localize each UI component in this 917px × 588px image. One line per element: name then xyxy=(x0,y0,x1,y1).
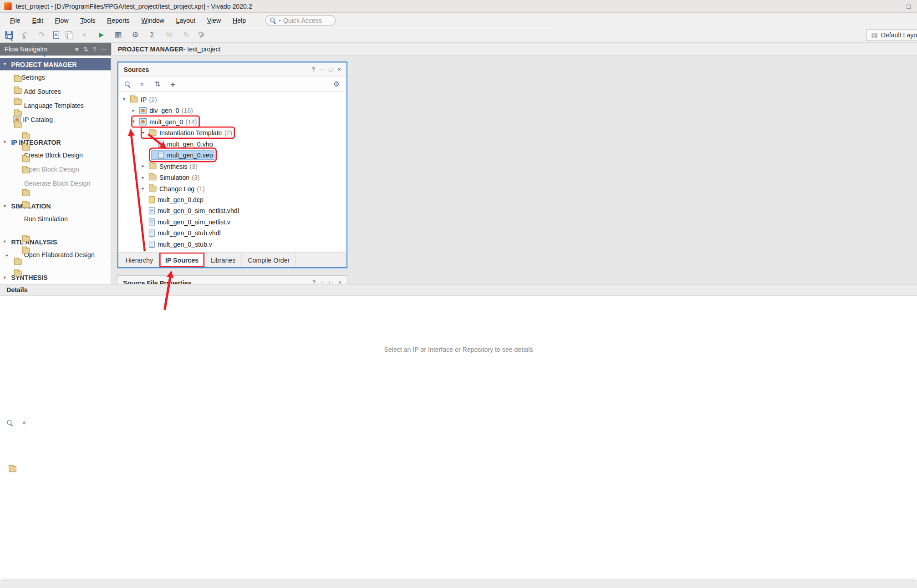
folder-icon xyxy=(14,259,22,265)
tree-item-mult-gen-0-sim-netlist-v[interactable]: mult_gen_0_sim_netlist.v xyxy=(118,216,346,227)
flow-item-run-simulation[interactable]: Run Simulation xyxy=(0,212,111,226)
minimize-icon[interactable]: – xyxy=(320,66,323,72)
debug-icon[interactable] xyxy=(198,31,205,38)
tab-hierarchy[interactable]: Hierarchy xyxy=(120,253,160,267)
tab-libraries[interactable]: Libraries xyxy=(205,253,242,267)
item-label: Create Block Design xyxy=(24,152,83,158)
minimize-icon[interactable]: — xyxy=(101,46,107,52)
copy-icon[interactable] xyxy=(66,31,72,39)
flow-section-rtl-analysis[interactable]: ▾RTL ANALYSIS xyxy=(0,235,111,248)
run-icon[interactable]: ▶ xyxy=(96,30,107,40)
float-icon[interactable]: □ xyxy=(329,66,332,72)
folder-icon xyxy=(149,163,157,169)
ip-core-icon xyxy=(139,107,146,114)
menu-flow[interactable]: Flow xyxy=(50,15,74,25)
tree-row: ▾Instantiation Template(2) xyxy=(142,128,234,138)
tree-item-synthesis[interactable]: ▸Synthesis(3) xyxy=(118,161,346,172)
menu-file[interactable]: File xyxy=(5,15,25,25)
search-icon[interactable] xyxy=(124,81,131,87)
flow-item-create-block-design[interactable]: Create Block Design xyxy=(0,148,111,162)
section-label: SIMULATION xyxy=(11,203,51,209)
tree-item-ip[interactable]: ▾IP(2) xyxy=(118,94,346,105)
help-icon[interactable]: ? xyxy=(312,66,315,72)
details-body: Select an IP or Interface or Repository … xyxy=(0,296,560,400)
tree-item-mult-gen-0-veo[interactable]: mult_gen_0.veo xyxy=(118,149,346,160)
tree-row: ▸Simulation(3) xyxy=(142,172,201,182)
chevron-right-icon[interactable]: ▸ xyxy=(132,108,139,113)
folder-icon xyxy=(22,191,30,197)
window-title: test_project - [D:/ProgramFiles/FPGA/tes… xyxy=(16,3,252,10)
menu-help[interactable]: Help xyxy=(227,15,251,25)
tree-item-mult-gen-0-dcp[interactable]: mult_gen_0.dcp xyxy=(118,194,346,205)
default-layout-button[interactable]: ▦ Default Layout xyxy=(866,29,917,41)
collapse-all-icon[interactable]: ≡ xyxy=(75,46,79,52)
search-icon[interactable] xyxy=(6,34,13,41)
menu-layout[interactable]: Layout xyxy=(171,15,201,25)
tab-label: Compile Order xyxy=(248,256,290,263)
flow-section-simulation[interactable]: ▾SIMULATION xyxy=(0,200,111,212)
chevron-right-icon[interactable]: ▸ xyxy=(6,252,14,258)
menu-view[interactable]: View xyxy=(202,15,226,25)
item-label: mult_gen_0_stub.v xyxy=(158,240,212,247)
chevron-right-icon[interactable]: ▸ xyxy=(142,174,148,180)
quick-access-search[interactable]: ▾ Quick Access xyxy=(265,15,336,25)
tree-item-instantiation-template[interactable]: ▾Instantiation Template(2) xyxy=(118,127,346,138)
chevron-right-icon[interactable]: ▸ xyxy=(142,186,148,191)
title-bar: test_project - [D:/ProgramFiles/FPGA/tes… xyxy=(0,0,917,13)
chevron-down-icon[interactable]: ▾ xyxy=(142,130,148,136)
edit-icon[interactable]: ✎ xyxy=(181,30,192,40)
menu-tools[interactable]: Tools xyxy=(75,15,101,25)
chevron-down-icon[interactable]: ▾ xyxy=(123,96,130,102)
tree-item-change-log[interactable]: ▸Change Log(1) xyxy=(118,183,346,194)
tab-ip-sources[interactable]: IP Sources xyxy=(159,253,205,267)
help-icon[interactable]: ? xyxy=(93,46,96,52)
open-file-icon[interactable] xyxy=(53,31,59,39)
tree-row: mult_gen_0.dcp xyxy=(142,194,205,204)
menu-window[interactable]: Window xyxy=(136,15,170,25)
settings-icon[interactable]: ⚙ xyxy=(130,30,141,40)
chevron-down-icon[interactable]: ▾ xyxy=(132,119,139,124)
tree-item-mult-gen-0[interactable]: ▾mult_gen_0(14) xyxy=(118,116,346,127)
close-icon[interactable]: × xyxy=(337,66,341,72)
vivado-logo xyxy=(4,2,12,10)
flow-section-ip-integrator[interactable]: ▾IP INTEGRATOR xyxy=(0,136,111,148)
no-icon xyxy=(14,180,22,187)
send-icon[interactable]: ✉ xyxy=(164,30,174,40)
main-toolbar-icons: ↶↷×▶▦⚙Σ✉✎ xyxy=(5,30,205,40)
menu-reports[interactable]: Reports xyxy=(102,15,135,25)
tree-item-mult-gen-0-stub-v[interactable]: mult_gen_0_stub.v xyxy=(118,238,346,249)
layout-button-label: Default Layout xyxy=(881,31,917,38)
tree-item-mult-gen-0-vho[interactable]: mult_gen_0.vho xyxy=(118,138,346,149)
add-icon[interactable]: + xyxy=(169,79,177,89)
delete-icon[interactable]: × xyxy=(79,30,90,40)
menu-edit[interactable]: Edit xyxy=(27,15,49,25)
chevron-right-icon[interactable]: ▸ xyxy=(142,163,148,169)
minimize-button[interactable]: — xyxy=(892,3,898,10)
tree-item-simulation[interactable]: ▸Simulation(3) xyxy=(118,172,346,182)
dashboard-icon[interactable]: ▦ xyxy=(113,30,123,40)
ip-core-icon xyxy=(139,118,146,125)
redo-icon[interactable]: ↷ xyxy=(36,30,47,40)
item-label: IP xyxy=(141,96,147,102)
collapse-all-icon[interactable]: « xyxy=(19,418,30,426)
maximize-button[interactable]: □ xyxy=(907,3,911,10)
expand-collapse-icon[interactable]: ⇅ xyxy=(83,46,88,52)
report-sum-icon[interactable]: Σ xyxy=(147,30,158,40)
folder-icon xyxy=(22,145,30,151)
tab-compile-order[interactable]: Compile Order xyxy=(242,253,296,267)
settings-icon[interactable]: ⚙ xyxy=(332,79,341,89)
file-icon xyxy=(149,218,155,225)
no-icon xyxy=(14,166,22,172)
tree-item-mult-gen-0-sim-netlist-vhdl[interactable]: mult_gen_0_sim_netlist.vhdl xyxy=(118,205,346,216)
tree-item-mult-gen-0-stub-vhdl[interactable]: mult_gen_0_stub.vhdl xyxy=(118,227,346,238)
item-label: mult_gen_0.dcp xyxy=(158,196,204,203)
item-label: Open Block Design xyxy=(24,166,79,172)
collapse-all-icon[interactable]: « xyxy=(19,33,30,41)
collapse-all-icon[interactable]: « xyxy=(137,80,148,88)
tree-item-div-gen-0[interactable]: ▸div_gen_0(16) xyxy=(118,105,346,116)
flow-item-generate-block-design[interactable]: Generate Block Design xyxy=(0,176,111,190)
search-icon[interactable] xyxy=(6,419,13,426)
expand-all-icon[interactable]: ⇅ xyxy=(153,79,162,89)
flow-item-open-block-design[interactable]: Open Block Design xyxy=(0,162,111,176)
flow-section-project-manager[interactable]: ▾PROJECT MANAGER xyxy=(0,58,111,70)
